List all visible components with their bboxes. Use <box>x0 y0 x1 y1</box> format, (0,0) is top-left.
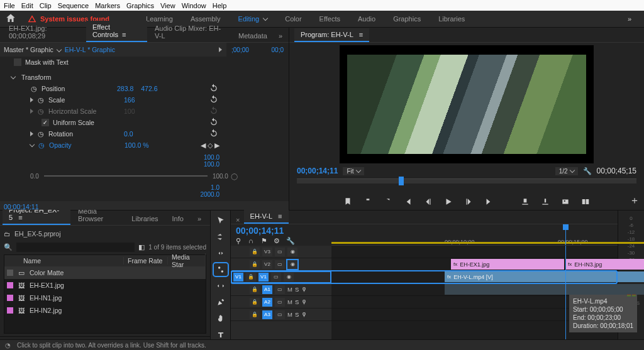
mark-in-icon[interactable] <box>362 196 374 207</box>
tab-audio-mixer[interactable]: Audio Clip Mixer: EH-V-L <box>148 22 231 42</box>
project-row[interactable]: 🖼 EH-IN1.jpg <box>4 292 206 304</box>
timeline-ruler[interactable]: 00;00;10;00 00;00;15;00 00;00;20 <box>331 224 618 246</box>
ws-editing[interactable]: Editing <box>238 15 268 23</box>
program-viewer[interactable] <box>340 45 594 163</box>
tabs-overflow-icon[interactable]: » <box>275 30 286 42</box>
menu-file[interactable]: File <box>4 2 15 9</box>
reset-icon[interactable] <box>209 84 219 94</box>
go-to-out-icon[interactable] <box>483 196 494 207</box>
toggle-track-output-icon[interactable]: ◉ <box>287 260 297 269</box>
export-frame-icon[interactable] <box>560 196 571 207</box>
lift-icon[interactable] <box>519 196 531 207</box>
wrench-icon[interactable]: 🔧 <box>583 167 592 175</box>
program-scrubber[interactable] <box>297 178 636 183</box>
clip-eh-in3[interactable]: fxEH-IN3.jpg <box>565 259 644 270</box>
timeline-canvas[interactable]: fxEH-EX1.jpg fxEH-IN3.jpg fxEH-V-L.mp4 [… <box>331 246 618 341</box>
tab-effect-controls[interactable]: Effect Controls≡ <box>86 21 147 42</box>
step-fwd-icon[interactable] <box>463 196 474 207</box>
expand-icon[interactable] <box>30 131 33 136</box>
snap-icon[interactable]: ⚲ <box>236 237 243 244</box>
tab-source[interactable]: EH-EX1.jpg: 00;00;08;29 <box>3 22 85 42</box>
stopwatch-icon[interactable]: ◷ <box>38 141 45 149</box>
menu-markers[interactable]: Markers <box>95 2 120 9</box>
playhead-line[interactable] <box>565 246 566 341</box>
linked-selection-icon[interactable]: ∩ <box>248 237 256 244</box>
project-row[interactable]: ▭ Color Matte <box>4 266 206 279</box>
menu-help[interactable]: Help <box>213 2 227 9</box>
comparison-icon[interactable] <box>580 196 591 207</box>
stopwatch-icon[interactable]: ◷ <box>37 130 45 138</box>
tab-libraries[interactable]: Libraries <box>125 212 164 225</box>
col-framerate[interactable]: Frame Rate <box>124 257 168 265</box>
go-to-in-icon[interactable] <box>402 196 414 207</box>
fit-dropdown[interactable]: Fit <box>343 167 364 175</box>
slip-tool-icon[interactable] <box>214 280 228 292</box>
panel-menu-icon[interactable]: ≡ <box>122 31 126 38</box>
project-row[interactable]: 🖼 EH-IN2.jpg <box>4 304 206 317</box>
tab-program[interactable]: Program: EH-V-L ≡ <box>294 28 369 42</box>
opacity-slider[interactable]: 0.0100.0 ◯ <box>0 171 289 181</box>
track-select-tool-icon[interactable] <box>214 231 228 243</box>
play-icon[interactable] <box>219 47 222 52</box>
col-name[interactable]: Name <box>19 257 124 265</box>
playhead-icon[interactable] <box>399 177 404 185</box>
uniform-scale-checkbox[interactable] <box>42 119 49 126</box>
expand-icon[interactable] <box>30 97 33 102</box>
collapse-icon[interactable] <box>11 74 16 79</box>
tab-metadata[interactable]: Metadata <box>232 30 274 42</box>
collapse-icon[interactable] <box>30 142 35 147</box>
ws-color[interactable]: Color <box>285 15 301 23</box>
razor-tool-icon[interactable] <box>214 263 228 276</box>
ws-audio[interactable]: Audio <box>358 15 375 23</box>
menu-window[interactable]: Window <box>182 2 206 9</box>
stopwatch-icon[interactable]: ◷ <box>37 96 45 104</box>
tabs-overflow-icon[interactable]: » <box>191 212 208 225</box>
reset-icon[interactable] <box>209 118 219 128</box>
settings-icon[interactable]: ⚙ <box>274 237 281 244</box>
menu-graphics[interactable]: Graphics <box>126 2 154 9</box>
add-marker-icon[interactable] <box>342 196 353 207</box>
ec-clip-link[interactable]: EH-V-L * Graphic <box>65 46 115 53</box>
opacity-value[interactable]: 100.0 % <box>125 141 149 149</box>
ws-effects[interactable]: Effects <box>319 15 340 23</box>
ripple-edit-tool-icon[interactable] <box>214 247 228 260</box>
ws-libraries[interactable]: Libraries <box>438 15 465 23</box>
clip-eh-ex1[interactable]: fxEH-EX1.jpg <box>451 259 564 270</box>
playhead-icon[interactable] <box>565 224 566 245</box>
menu-clip[interactable]: Clip <box>40 2 52 9</box>
mask-checkbox[interactable] <box>14 58 21 66</box>
tab-info[interactable]: Info <box>166 212 190 225</box>
track-v1-header[interactable]: V1🔒V1▭◉ <box>231 271 331 283</box>
resolution-dropdown[interactable]: 1/2 <box>555 167 578 175</box>
reset-icon[interactable] <box>209 95 219 105</box>
step-back-icon[interactable] <box>423 196 434 207</box>
ws-graphics[interactable]: Graphics <box>393 15 421 23</box>
rotation-value[interactable]: 0.0 <box>124 130 133 138</box>
marker-icon[interactable]: ⚑ <box>261 237 269 244</box>
stopwatch-icon[interactable]: ◷ <box>30 85 38 92</box>
position-y[interactable]: 472.6 <box>141 85 157 92</box>
pen-tool-icon[interactable] <box>214 296 228 309</box>
menu-sequence[interactable]: Sequence <box>58 2 89 9</box>
wrench-icon[interactable]: 🔧 <box>286 237 294 244</box>
project-search-input[interactable] <box>16 243 135 252</box>
transform-group[interactable]: Transform <box>21 74 97 81</box>
play-icon[interactable] <box>443 196 454 207</box>
keyframe-nav[interactable]: ◀ ◇ ▶ <box>201 141 219 149</box>
scale-value[interactable]: 166 <box>124 96 135 104</box>
project-row[interactable]: 🖼 EH-EX1.jpg <box>4 279 206 292</box>
menu-edit[interactable]: Edit <box>21 2 33 9</box>
chevron-down-icon[interactable] <box>57 47 62 52</box>
position-x[interactable]: 283.8 <box>117 85 133 92</box>
hand-tool-icon[interactable] <box>214 312 228 325</box>
ec-mini-ruler[interactable]: ;00;0000;0 <box>226 43 289 57</box>
extract-icon[interactable] <box>540 196 551 207</box>
menu-view[interactable]: View <box>160 2 175 9</box>
selection-tool-icon[interactable] <box>214 214 228 227</box>
bin-icon[interactable]: 🗀 <box>4 230 11 238</box>
tab-sequence[interactable]: EH-V-L ≡ <box>244 210 289 224</box>
workspace-overflow-icon[interactable]: » <box>620 15 639 23</box>
timeline-timecode[interactable]: 00;00;14;11 <box>236 226 326 236</box>
button-editor-icon[interactable]: ＋ <box>629 195 640 206</box>
clip-eh-v-l-audio[interactable] <box>445 284 644 295</box>
